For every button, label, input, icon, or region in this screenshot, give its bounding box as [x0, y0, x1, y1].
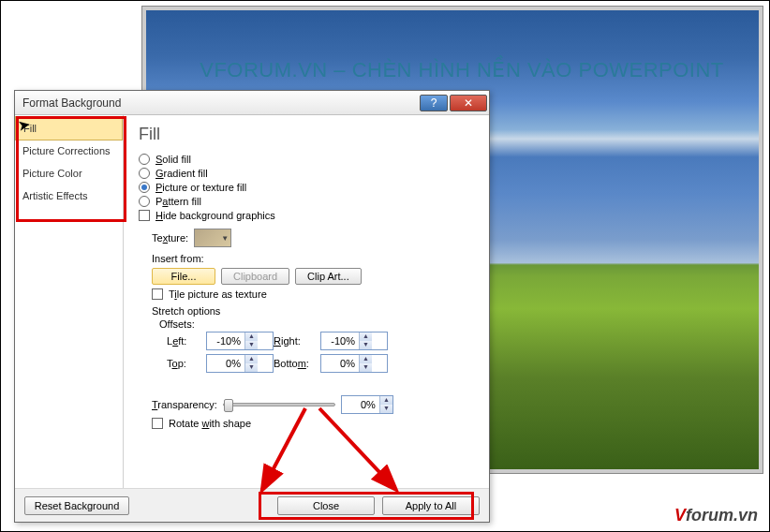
- titlebar: Format Background ? ✕: [15, 91, 489, 115]
- clipart-button[interactable]: Clip Art...: [295, 268, 362, 285]
- slide-title: VFORUM.VN – CHÈN HÌNH NỀN VÀO POWERPOINT: [170, 58, 753, 82]
- help-button[interactable]: ?: [420, 95, 448, 111]
- spinner-up-icon[interactable]: ▲: [245, 332, 258, 341]
- checkbox-rotate-label: Rotate with shape: [169, 418, 251, 429]
- category-sidebar: Fill Picture Corrections Picture Color A…: [15, 115, 124, 488]
- offset-right-input[interactable]: ▲▼: [320, 332, 388, 350]
- radio-gradient-fill-label: Gradient fill: [155, 168, 208, 179]
- checkbox-rotate[interactable]: [152, 418, 163, 429]
- transparency-input[interactable]: ▲▼: [341, 395, 393, 414]
- stretch-options-label: Stretch options: [152, 305, 474, 317]
- reset-background-button[interactable]: Reset Background: [24, 496, 129, 515]
- spinner-up-icon[interactable]: ▲: [360, 355, 372, 363]
- insert-from-label: Insert from:: [152, 253, 474, 264]
- spinner-up-icon[interactable]: ▲: [245, 355, 258, 363]
- spinner-down-icon[interactable]: ▼: [360, 363, 372, 372]
- close-button[interactable]: Close: [277, 496, 375, 515]
- radio-pattern-fill-label: Pattern fill: [155, 196, 201, 207]
- offset-top-input[interactable]: ▲▼: [206, 354, 274, 373]
- offset-left-input[interactable]: ▲▼: [206, 332, 274, 350]
- spinner-down-icon[interactable]: ▼: [245, 363, 258, 372]
- texture-label: Texture:: [152, 232, 188, 244]
- chevron-down-icon: ▼: [221, 234, 229, 243]
- offset-bottom-label: Bottom:: [274, 358, 320, 369]
- clipboard-button[interactable]: Clipboard: [221, 268, 289, 285]
- close-window-button[interactable]: ✕: [450, 95, 487, 111]
- spinner-up-icon[interactable]: ▲: [380, 396, 392, 405]
- file-button[interactable]: File...: [152, 268, 215, 285]
- sidebar-item-picture-color[interactable]: Picture Color: [15, 162, 123, 185]
- offsets-label: Offsets:: [159, 318, 474, 330]
- slider-thumb[interactable]: [224, 399, 233, 412]
- radio-picture-texture-fill-label: Picture or texture fill: [155, 182, 246, 193]
- sidebar-item-artistic-effects[interactable]: Artistic Effects: [15, 185, 123, 207]
- sidebar-item-fill[interactable]: Fill: [15, 116, 123, 140]
- transparency-slider[interactable]: [223, 403, 335, 406]
- checkbox-tile-label: Tile picture as texture: [169, 288, 267, 300]
- radio-picture-texture-fill[interactable]: [139, 182, 150, 193]
- checkbox-tile[interactable]: [152, 288, 163, 300]
- section-heading: Fill: [139, 125, 474, 144]
- main-panel: Fill Solid fill Gradient fill Picture or…: [124, 115, 489, 488]
- dialog-title: Format Background: [22, 96, 121, 110]
- offset-top-label: Top:: [167, 358, 206, 369]
- offset-right-label: Right:: [274, 335, 320, 347]
- watermark: Vforum.vn: [674, 506, 758, 525]
- apply-to-all-button[interactable]: Apply to All: [382, 496, 480, 515]
- format-background-dialog: Format Background ? ✕ Fill Picture Corre…: [14, 90, 490, 523]
- transparency-label: Transparency:: [152, 399, 217, 410]
- offset-bottom-input[interactable]: ▲▼: [320, 354, 388, 373]
- spinner-down-icon[interactable]: ▼: [245, 341, 258, 349]
- spinner-down-icon[interactable]: ▼: [360, 341, 372, 349]
- checkbox-hide-bg[interactable]: [139, 210, 150, 221]
- offset-left-label: Left:: [167, 335, 206, 347]
- radio-gradient-fill[interactable]: [139, 168, 150, 179]
- radio-pattern-fill[interactable]: [139, 196, 150, 207]
- radio-solid-fill-label: Solid fill: [155, 154, 191, 165]
- texture-dropdown[interactable]: ▼: [194, 229, 231, 247]
- checkbox-hide-bg-label: Hide background graphics: [155, 210, 275, 221]
- radio-solid-fill[interactable]: [139, 154, 150, 165]
- spinner-down-icon[interactable]: ▼: [380, 405, 392, 413]
- sidebar-item-picture-corrections[interactable]: Picture Corrections: [15, 140, 123, 162]
- spinner-up-icon[interactable]: ▲: [360, 332, 372, 341]
